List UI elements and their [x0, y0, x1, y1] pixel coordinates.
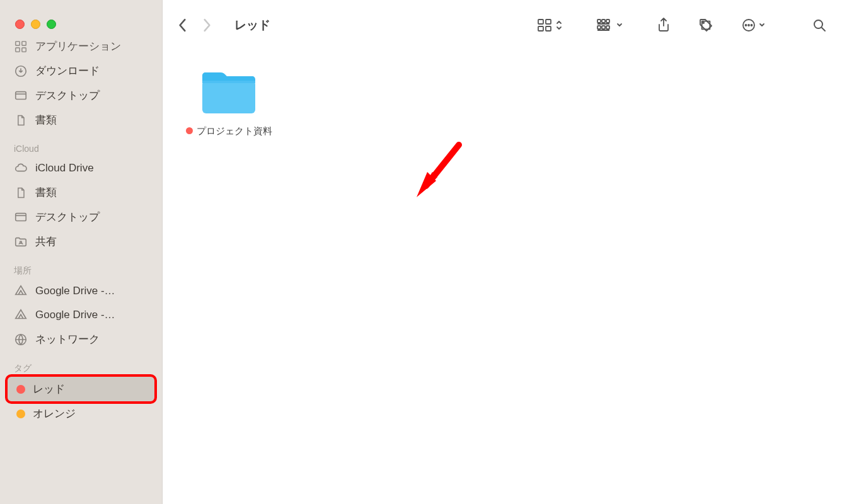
gdrive-icon [14, 308, 28, 322]
sidebar-item-label: デスクトップ [35, 88, 100, 103]
nav-arrows [178, 18, 212, 32]
sidebar-item-applications[interactable]: アプリケーション [8, 34, 154, 59]
back-button[interactable] [178, 18, 188, 32]
folder-label: プロジェクト資料 [182, 125, 276, 137]
svg-rect-13 [597, 20, 601, 23]
folder-item[interactable]: プロジェクト資料 [182, 68, 276, 137]
sidebar-section-tags: タグ [8, 352, 154, 377]
sidebar-item-icloud-documents[interactable]: 書類 [8, 180, 154, 205]
sidebar-item-downloads[interactable]: ダウンロード [8, 59, 154, 83]
annotation-arrow [415, 142, 465, 205]
svg-rect-10 [546, 20, 551, 24]
svg-marker-27 [417, 172, 436, 197]
sidebar-item-label: Google Drive -… [35, 309, 115, 321]
folder-name: プロジェクト資料 [197, 125, 272, 137]
sidebar-item-desktop[interactable]: デスクトップ [8, 83, 154, 108]
main: レッド [163, 0, 842, 504]
folder-icon [199, 68, 259, 118]
svg-rect-0 [16, 41, 20, 45]
svg-rect-1 [22, 41, 26, 45]
share-button[interactable] [657, 17, 671, 33]
sidebar-item-label: Google Drive -… [35, 285, 115, 297]
svg-rect-3 [22, 47, 26, 51]
svg-rect-16 [597, 26, 601, 29]
sidebar-section-locations: 場所 [8, 254, 154, 279]
sidebar-item-label: デスクトップ [35, 210, 100, 224]
sidebar-list: アプリケーション ダウンロード デスクトップ 書類 iCloud iCloud [0, 34, 162, 426]
svg-rect-12 [546, 26, 551, 31]
window-controls [0, 0, 162, 34]
sidebar-tag-red[interactable]: レッド [8, 377, 154, 401]
sidebar-item-documents[interactable]: 書類 [8, 108, 154, 132]
svg-point-24 [814, 20, 822, 28]
sidebar-item-icloud-desktop[interactable]: デスクトップ [8, 205, 154, 229]
sidebar-item-label: レッド [33, 382, 65, 396]
svg-point-21 [746, 25, 747, 26]
desktop-icon [14, 89, 28, 103]
shared-folder-icon [14, 235, 28, 249]
sidebar: アプリケーション ダウンロード デスクトップ 書類 iCloud iCloud [0, 0, 163, 504]
toolbar: レッド [163, 0, 842, 50]
svg-rect-6 [16, 213, 26, 220]
tag-dot-icon [186, 127, 193, 134]
gdrive-icon [14, 284, 28, 298]
sidebar-item-gdrive-1[interactable]: Google Drive -… [8, 279, 154, 303]
view-icons-button[interactable] [537, 18, 562, 32]
svg-rect-25 [202, 81, 255, 113]
svg-point-23 [751, 25, 753, 26]
sidebar-item-icloud-drive[interactable]: iCloud Drive [8, 156, 154, 180]
svg-rect-11 [538, 26, 543, 31]
svg-rect-14 [602, 20, 605, 23]
svg-point-22 [748, 25, 749, 26]
svg-rect-17 [602, 26, 605, 29]
svg-rect-2 [16, 47, 20, 51]
document-icon [14, 113, 28, 127]
minimize-window-button[interactable] [31, 20, 40, 29]
sidebar-item-label: アプリケーション [35, 39, 121, 54]
sidebar-item-label: ネットワーク [35, 332, 100, 346]
svg-point-19 [703, 22, 704, 23]
maximize-window-button[interactable] [47, 20, 56, 29]
sidebar-item-gdrive-2[interactable]: Google Drive -… [8, 303, 154, 327]
svg-rect-26 [202, 81, 255, 83]
document-icon [14, 186, 28, 200]
sidebar-item-label: オレンジ [33, 406, 76, 421]
close-window-button[interactable] [15, 20, 25, 29]
tags-button[interactable] [698, 18, 713, 33]
svg-rect-5 [16, 91, 26, 99]
svg-rect-18 [606, 26, 609, 29]
sidebar-item-shared[interactable]: 共有 [8, 229, 154, 254]
sidebar-item-label: 共有 [35, 234, 57, 249]
sidebar-item-network[interactable]: ネットワーク [8, 327, 154, 352]
content-area[interactable]: プロジェクト資料 [163, 50, 842, 504]
sidebar-item-label: 書類 [35, 113, 57, 127]
forward-button[interactable] [202, 18, 212, 32]
more-actions-button[interactable] [741, 18, 765, 33]
sidebar-item-label: ダウンロード [35, 64, 100, 78]
desktop-icon [14, 210, 28, 224]
sidebar-tag-orange[interactable]: オレンジ [8, 401, 154, 426]
window-title: レッド [234, 17, 270, 33]
sidebar-section-icloud: iCloud [8, 132, 154, 156]
tag-dot-orange [16, 410, 25, 418]
tag-dot-red [16, 385, 25, 394]
download-icon [14, 64, 28, 78]
network-icon [14, 333, 28, 346]
apps-icon [14, 40, 28, 54]
sidebar-item-label: iCloud Drive [35, 162, 94, 175]
sidebar-item-label: 書類 [35, 185, 57, 200]
svg-rect-15 [606, 20, 609, 23]
svg-rect-9 [538, 20, 543, 24]
cloud-icon [14, 161, 28, 175]
search-button[interactable] [812, 18, 827, 33]
group-by-button[interactable] [596, 18, 623, 32]
